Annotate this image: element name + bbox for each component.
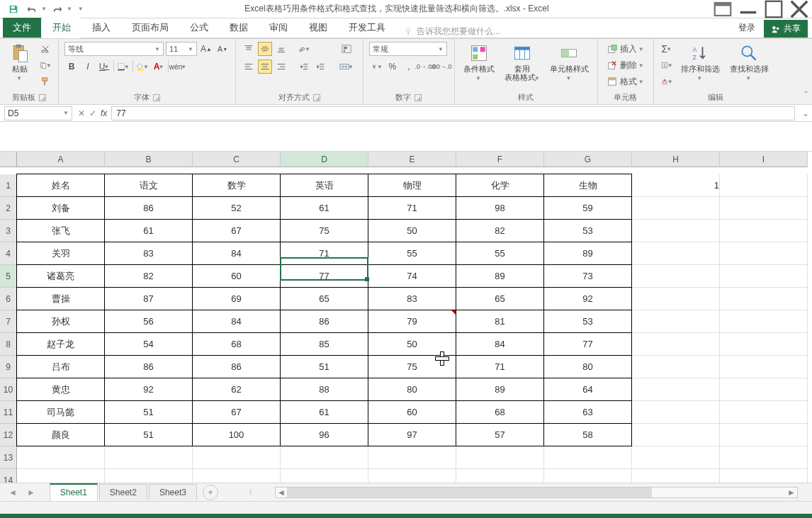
cell-A13[interactable] (17, 446, 105, 469)
cell-H2[interactable] (632, 197, 720, 220)
fill-color-icon[interactable]: ▼ (135, 60, 150, 74)
cell-D7[interactable]: 86 (280, 310, 368, 333)
cell-H10[interactable] (632, 378, 720, 401)
tell-me-search[interactable]: 告诉我您想要做什么... (404, 26, 500, 38)
cell-D5[interactable]: 77 (280, 264, 368, 288)
cell-A8[interactable]: 赵子龙 (16, 332, 105, 356)
bold-icon[interactable]: B (64, 60, 79, 74)
cell-I13[interactable] (720, 446, 808, 469)
cell-E7[interactable]: 79 (368, 310, 456, 333)
align-bottom-icon[interactable] (274, 42, 288, 56)
cell-H6[interactable] (632, 288, 720, 310)
cell-H4[interactable] (632, 242, 720, 265)
sort-filter-button[interactable]: AZ排序和筛选▼ (678, 42, 723, 84)
decrease-decimal-icon[interactable]: .00→.0 (434, 60, 449, 74)
cell-F12[interactable]: 57 (456, 423, 544, 446)
increase-decimal-icon[interactable]: .0→.00 (418, 60, 432, 74)
cell-C12[interactable]: 100 (192, 423, 281, 446)
cell-D12[interactable]: 96 (280, 423, 368, 446)
cell-D13[interactable] (281, 446, 368, 469)
conditional-format-button[interactable]: 条件格式▼ (461, 42, 497, 84)
align-right-icon[interactable] (274, 60, 288, 74)
row-header-11[interactable]: 11 (0, 401, 17, 424)
cell-B4[interactable]: 83 (104, 242, 193, 265)
format-cells-button[interactable]: 格式▼ (604, 74, 648, 89)
row-header-9[interactable]: 9 (0, 356, 17, 378)
cell-C13[interactable] (193, 446, 281, 469)
tab-page-layout[interactable]: 页面布局 (122, 18, 179, 38)
select-all-corner[interactable] (0, 152, 17, 167)
cell-H5[interactable] (632, 265, 720, 288)
cell-F10[interactable]: 89 (456, 378, 544, 401)
sheet-nav-next[interactable]: ► (23, 488, 40, 497)
col-header-B[interactable]: B (105, 152, 193, 167)
cell-H11[interactable] (632, 401, 720, 424)
cell-F7[interactable]: 81 (456, 310, 544, 333)
cell-E11[interactable]: 60 (368, 400, 456, 424)
cell-H14[interactable] (632, 469, 720, 483)
col-header-F[interactable]: F (456, 152, 544, 167)
orientation-icon[interactable]: ab▼ (297, 42, 311, 56)
cell-A3[interactable]: 张飞 (16, 219, 105, 242)
sheet-tab-1[interactable]: Sheet1 (50, 483, 98, 501)
qat-customize[interactable]: ▼ (78, 6, 84, 12)
formula-bar[interactable]: 77 (111, 106, 795, 120)
cell-D10[interactable]: 88 (280, 378, 368, 401)
cell-I1[interactable] (720, 174, 808, 197)
autosum-icon[interactable]: Σ▼ (660, 42, 674, 56)
cancel-formula-icon[interactable]: ✕ (78, 108, 85, 118)
undo-icon[interactable] (24, 1, 40, 17)
cell-G14[interactable] (544, 469, 632, 483)
cell-I3[interactable] (720, 220, 808, 242)
cell-F2[interactable]: 98 (456, 196, 544, 220)
cell-I5[interactable] (720, 265, 808, 288)
name-box[interactable]: D5▼ (4, 106, 72, 120)
cut-icon[interactable] (38, 42, 52, 56)
cell-B10[interactable]: 92 (104, 378, 193, 401)
format-table-button[interactable]: 套用 表格格式▼ (502, 42, 543, 84)
cell-E6[interactable]: 83 (368, 287, 456, 310)
tab-formulas[interactable]: 公式 (180, 18, 218, 38)
cell-C2[interactable]: 52 (192, 196, 281, 220)
font-size-combo[interactable]: 11▼ (166, 42, 197, 56)
cell-F5[interactable]: 89 (456, 264, 544, 288)
cell-C6[interactable]: 69 (192, 287, 281, 310)
tab-data[interactable]: 数据 (220, 18, 258, 38)
ribbon-options-icon[interactable] (710, 0, 735, 18)
cell-F3[interactable]: 82 (456, 219, 544, 242)
fx-icon[interactable]: fx (101, 108, 107, 118)
font-name-combo[interactable]: 等线▼ (64, 42, 164, 56)
cell-D8[interactable]: 85 (280, 332, 368, 356)
sheet-nav-prev[interactable]: ◄ (4, 488, 21, 497)
cell-G5[interactable]: 73 (543, 264, 632, 288)
col-header-G[interactable]: G (544, 152, 632, 167)
cell-B6[interactable]: 87 (104, 287, 193, 310)
copy-icon[interactable]: ▼ (38, 58, 52, 72)
cell-A12[interactable]: 颜良 (16, 423, 105, 446)
row-header-13[interactable]: 13 (0, 446, 17, 469)
cell-A5[interactable]: 诸葛亮 (16, 264, 105, 288)
cell-G10[interactable]: 64 (543, 378, 632, 401)
number-format-combo[interactable]: 常规▼ (369, 42, 447, 56)
tab-developer[interactable]: 开发工具 (339, 18, 395, 38)
maximize-icon[interactable] (761, 0, 786, 18)
cell-G7[interactable]: 53 (543, 310, 632, 333)
align-left-icon[interactable] (242, 60, 256, 74)
merge-center-icon[interactable]: ▼ (336, 60, 357, 74)
row-header-2[interactable]: 2 (0, 197, 17, 220)
undo-dropdown[interactable]: ▼ (41, 6, 47, 12)
cell-D9[interactable]: 51 (280, 355, 368, 378)
row-header-1[interactable]: 1 (0, 174, 17, 197)
cell-C4[interactable]: 84 (192, 242, 281, 265)
share-button[interactable]: 共享 (764, 20, 808, 38)
cell-F8[interactable]: 84 (456, 332, 544, 356)
cell-A6[interactable]: 曹操 (16, 287, 105, 310)
fill-icon[interactable]: ▼ (660, 58, 674, 72)
number-launcher[interactable] (415, 94, 422, 101)
cell-H13[interactable] (632, 446, 720, 469)
cell-C3[interactable]: 67 (192, 219, 281, 242)
cell-D6[interactable]: 65 (280, 287, 368, 310)
cell-I12[interactable] (720, 424, 808, 446)
align-middle-icon[interactable] (258, 42, 272, 56)
close-icon[interactable] (786, 0, 812, 18)
